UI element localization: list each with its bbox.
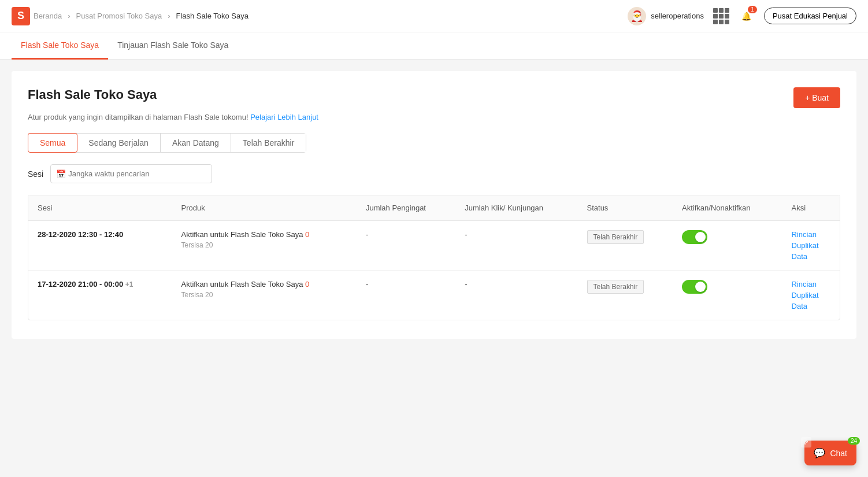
- toggle-wrap-2: [682, 280, 773, 294]
- tab-tinjauan[interactable]: Tinjauan Flash Sale Toko Saya: [108, 32, 238, 60]
- notification-button[interactable]: 🔔 1: [739, 8, 755, 24]
- table-body: 28-12-2020 12:30 - 12:40 Aktifkan untuk …: [28, 221, 840, 320]
- breadcrumb-beranda[interactable]: Beranda: [34, 12, 62, 20]
- filter-tabs: Semua Sedang Berjalan Akan Datang Telah …: [28, 133, 306, 153]
- row1-session: 28-12-2020 12:30 - 12:40: [28, 221, 172, 271]
- col-aksi: Aksi: [782, 195, 840, 221]
- toggle-1[interactable]: [682, 230, 707, 244]
- action-links-2: Rincian Duplikat Data: [792, 280, 830, 310]
- col-status: Status: [578, 195, 673, 221]
- apps-grid-icon[interactable]: [713, 8, 729, 24]
- grid-dot: [725, 20, 729, 24]
- action-data-2[interactable]: Data: [792, 302, 830, 310]
- chat-label: Chat: [830, 449, 847, 458]
- page-header: Flash Sale Toko Saya + Buat: [28, 87, 840, 108]
- table-row: 28-12-2020 12:30 - 12:40 Aktifkan untuk …: [28, 221, 840, 271]
- data-table: Sesi Produk Jumlah Pengingat Jumlah Klik…: [28, 195, 840, 320]
- action-duplikat-1[interactable]: Duplikat: [792, 241, 830, 250]
- table-row: 17-12-2020 21:00 - 00:00 +1 Aktifkan unt…: [28, 271, 840, 320]
- filter-tab-sedang[interactable]: Sedang Berjalan: [77, 134, 161, 152]
- calendar-icon: 📅: [56, 169, 66, 179]
- search-row: Sesi 📅: [28, 164, 840, 183]
- action-rincian-1[interactable]: Rincian: [792, 230, 830, 239]
- tab-navigation: Flash Sale Toko Saya Tinjauan Flash Sale…: [0, 32, 868, 60]
- action-duplikat-2[interactable]: Duplikat: [792, 291, 830, 299]
- row1-klik: -: [455, 221, 577, 271]
- filter-tab-berakhir[interactable]: Telah Berakhir: [231, 134, 306, 152]
- top-navigation: S Beranda › Pusat Promosi Toko Saya › Fl…: [0, 0, 868, 32]
- product-remaining-1: Tersisa 20: [181, 241, 347, 249]
- col-pengingat: Jumlah Pengingat: [357, 195, 455, 221]
- session-date-1: 28-12-2020 12:30 - 12:40: [38, 230, 123, 239]
- chat-widget[interactable]: ⤢ 24 💬 Chat: [804, 441, 856, 465]
- table-header: Sesi Produk Jumlah Pengingat Jumlah Klik…: [28, 195, 840, 221]
- chat-badge: 24: [848, 437, 860, 445]
- main-content: Flash Sale Toko Saya + Buat Atur produk …: [0, 60, 868, 472]
- row1-actions: Rincian Duplikat Data: [782, 221, 840, 271]
- notification-badge: 1: [748, 6, 757, 13]
- search-label: Sesi: [28, 169, 43, 179]
- row1-pengingat: -: [357, 221, 455, 271]
- grid-dot: [725, 8, 729, 13]
- row2-klik: -: [455, 271, 577, 320]
- user-profile[interactable]: 🎅 selleroperations: [628, 7, 704, 25]
- toggle-slider-1: [682, 230, 707, 244]
- tab-flash-sale[interactable]: Flash Sale Toko Saya: [12, 32, 108, 60]
- education-button[interactable]: Pusat Edukasi Penjual: [764, 8, 856, 24]
- row2-toggle: [673, 271, 782, 320]
- row1-toggle: [673, 221, 782, 271]
- product-name-2: Aktifkan untuk Flash Sale Toko Saya 0: [181, 280, 347, 289]
- flash-sale-table: Sesi Produk Jumlah Pengingat Jumlah Klik…: [28, 195, 840, 320]
- action-data-1[interactable]: Data: [792, 252, 830, 261]
- breadcrumb-sep-1: ›: [68, 12, 70, 20]
- row1-status: Telah Berakhir: [578, 221, 673, 271]
- grid-dot: [713, 8, 718, 13]
- col-sesi: Sesi: [28, 195, 172, 221]
- search-input[interactable]: [50, 164, 212, 183]
- page-card: Flash Sale Toko Saya + Buat Atur produk …: [12, 71, 856, 339]
- row2-pengingat: -: [357, 271, 455, 320]
- learn-more-link[interactable]: Pelajari Lebih Lanjut: [250, 113, 318, 121]
- subtitle-text: Atur produk yang ingin ditampilkan di ha…: [28, 113, 248, 121]
- row2-session: 17-12-2020 21:00 - 00:00 +1: [28, 271, 172, 320]
- col-aktifkan: Aktifkan/Nonaktifkan: [673, 195, 782, 221]
- row2-product: Aktifkan untuk Flash Sale Toko Saya 0 Te…: [172, 271, 357, 320]
- page-subtitle: Atur produk yang ingin ditampilkan di ha…: [28, 113, 840, 121]
- row2-status: Telah Berakhir: [578, 271, 673, 320]
- product-name-1: Aktifkan untuk Flash Sale Toko Saya 0: [181, 230, 347, 239]
- page-title: Flash Sale Toko Saya: [28, 87, 157, 102]
- action-rincian-2[interactable]: Rincian: [792, 280, 830, 289]
- grid-dot: [719, 8, 724, 13]
- toggle-wrap-1: [682, 230, 773, 244]
- breadcrumb-area: S Beranda › Pusat Promosi Toko Saya › Fl…: [12, 7, 248, 25]
- product-count-2: 0: [305, 280, 309, 289]
- session-date-2: 17-12-2020 21:00 - 00:00 +1: [38, 280, 133, 289]
- expand-icon: ⤢: [801, 437, 811, 448]
- row1-product: Aktifkan untuk Flash Sale Toko Saya 0 Te…: [172, 221, 357, 271]
- breadcrumb-current: Flash Sale Toko Saya: [176, 12, 248, 20]
- toggle-2[interactable]: [682, 280, 707, 294]
- col-produk: Produk: [172, 195, 357, 221]
- product-count-1: 0: [305, 230, 309, 239]
- grid-dot: [719, 20, 724, 24]
- grid-dot: [725, 14, 729, 19]
- grid-dot: [713, 14, 718, 19]
- grid-dot: [713, 20, 718, 24]
- username: selleroperations: [651, 12, 704, 20]
- filter-tab-semua[interactable]: Semua: [28, 133, 77, 153]
- row2-actions: Rincian Duplikat Data: [782, 271, 840, 320]
- chat-icon: 💬: [814, 448, 825, 458]
- create-button[interactable]: + Buat: [793, 87, 840, 108]
- toggle-slider-2: [682, 280, 707, 294]
- search-input-wrap: 📅: [50, 164, 212, 183]
- status-badge-1: Telah Berakhir: [587, 230, 644, 244]
- grid-dot: [719, 14, 724, 19]
- status-badge-2: Telah Berakhir: [587, 280, 644, 294]
- action-links-1: Rincian Duplikat Data: [792, 230, 830, 261]
- product-remaining-2: Tersisa 20: [181, 291, 347, 299]
- breadcrumb-pusat-promosi[interactable]: Pusat Promosi Toko Saya: [76, 12, 162, 20]
- col-klik: Jumlah Klik/ Kunjungan: [455, 195, 577, 221]
- breadcrumb-sep-2: ›: [168, 12, 170, 20]
- filter-tab-akan[interactable]: Akan Datang: [161, 134, 231, 152]
- session-plus-2: +1: [125, 280, 133, 289]
